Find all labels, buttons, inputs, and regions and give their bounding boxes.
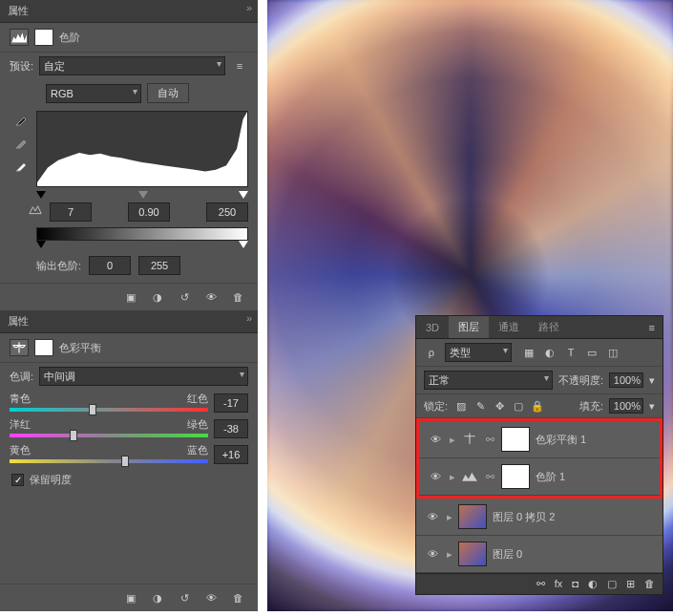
input-slider[interactable] xyxy=(36,191,248,201)
lock-label: 锁定: xyxy=(424,399,448,414)
auto-button[interactable]: 自动 xyxy=(147,83,189,103)
color-slider-2[interactable] xyxy=(10,459,208,463)
layer-row[interactable]: 👁 ▸ ⚯ 色阶 1 xyxy=(419,458,660,496)
visibility-icon[interactable]: 👁 xyxy=(427,471,444,482)
slider-right-label: 绿色 xyxy=(187,417,208,432)
eyedropper-black-icon[interactable] xyxy=(11,111,31,130)
preserve-luminosity-checkbox[interactable]: ✓ xyxy=(11,474,24,486)
slider-left-label: 青色 xyxy=(10,392,31,406)
slider-value-0[interactable] xyxy=(214,393,248,413)
slider-value-2[interactable] xyxy=(214,445,248,464)
trash-icon[interactable]: 🗑 xyxy=(644,578,655,590)
clip-to-layer-icon[interactable]: ▣ xyxy=(122,590,139,605)
expand-icon[interactable]: ▸ xyxy=(447,511,452,523)
collapse-icon[interactable]: » xyxy=(246,312,252,324)
panel-title: 属性 xyxy=(8,315,29,327)
output-slider[interactable] xyxy=(36,241,248,250)
preserve-luminosity-label: 保留明度 xyxy=(30,473,72,487)
adjustment-icon xyxy=(461,432,478,447)
color-slider-0[interactable] xyxy=(10,408,208,412)
tab-路径[interactable]: 路径 xyxy=(529,316,569,338)
properties-header-1: 属性 » xyxy=(0,0,258,23)
group-icon[interactable]: ▢ xyxy=(607,578,617,590)
adjustment-icon xyxy=(461,469,478,484)
preset-select[interactable]: 自定 xyxy=(39,56,225,75)
mask-icon[interactable] xyxy=(34,29,53,46)
layer-mask-icon[interactable]: ◘ xyxy=(572,578,578,590)
expand-icon[interactable]: ▸ xyxy=(447,548,452,561)
link-icon[interactable]: ⚯ xyxy=(484,434,495,446)
expand-icon[interactable]: ▸ xyxy=(450,471,455,483)
lock-artboard-icon[interactable]: ▢ xyxy=(511,399,526,413)
filter-type-select[interactable]: 类型 xyxy=(445,343,512,362)
eyedropper-white-icon[interactable] xyxy=(11,157,31,176)
view-previous-icon[interactable]: ◑ xyxy=(149,289,166,305)
link-icon[interactable]: ⚯ xyxy=(484,471,495,483)
layer-row[interactable]: 👁 ▸ ⚯ 色彩平衡 1 xyxy=(419,421,660,458)
expand-icon[interactable]: ▸ xyxy=(450,434,455,446)
filter-icon[interactable]: ρ xyxy=(424,346,439,359)
mask-thumb[interactable] xyxy=(501,427,530,452)
filter-shape-icon[interactable]: ▭ xyxy=(584,346,599,359)
tab-图层[interactable]: 图层 xyxy=(449,316,489,338)
filter-pixel-icon[interactable]: ▦ xyxy=(521,346,536,359)
output-gradient[interactable] xyxy=(36,227,248,241)
layer-row[interactable]: 👁 ▸ 图层 0 拷贝 2 xyxy=(416,499,662,536)
lock-all-icon[interactable]: 🔒 xyxy=(530,399,545,413)
visibility-icon[interactable]: 👁 xyxy=(424,511,441,522)
layer-name[interactable]: 色彩平衡 1 xyxy=(536,433,586,447)
visibility-icon[interactable]: 👁 xyxy=(202,289,220,305)
tab-3D[interactable]: 3D xyxy=(416,318,449,337)
channel-select[interactable]: RGB xyxy=(46,84,141,103)
trash-icon[interactable]: 🗑 xyxy=(229,289,246,305)
visibility-icon[interactable]: 👁 xyxy=(424,548,441,560)
adjustment-layer-icon[interactable]: ◐ xyxy=(588,578,598,590)
blend-mode-select[interactable]: 正常 xyxy=(424,371,553,390)
opacity-field[interactable]: 100% xyxy=(609,372,643,388)
panel-menu-icon[interactable]: ≡ xyxy=(641,318,662,337)
adjustment-name: 色阶 xyxy=(59,31,80,45)
lock-transparency-icon[interactable]: ▨ xyxy=(453,399,469,413)
link-layers-icon[interactable]: ⚯ xyxy=(536,578,545,590)
layer-row[interactable]: 👁 ▸ 图层 0 xyxy=(416,536,662,573)
histogram-icon xyxy=(10,29,29,46)
histogram xyxy=(10,111,248,187)
clip-to-layer-icon[interactable]: ▣ xyxy=(122,289,139,305)
chevron-down-icon[interactable]: ▾ xyxy=(649,374,655,387)
trash-icon[interactable]: 🗑 xyxy=(229,590,246,605)
output-white-field[interactable] xyxy=(138,256,180,275)
reset-icon[interactable]: ↺ xyxy=(176,590,193,605)
preset-menu-icon[interactable]: ≡ xyxy=(231,58,248,74)
clip-icon[interactable] xyxy=(29,204,42,220)
filter-adjustment-icon[interactable]: ◐ xyxy=(542,346,557,359)
panel1-footer: ▣ ◑ ↺ 👁 🗑 xyxy=(0,283,258,310)
view-previous-icon[interactable]: ◑ xyxy=(149,590,166,605)
visibility-icon[interactable]: 👁 xyxy=(202,590,220,605)
collapse-icon[interactable]: » xyxy=(246,2,252,13)
layer-name[interactable]: 色阶 1 xyxy=(536,470,565,484)
layer-name[interactable]: 图层 0 xyxy=(493,547,522,562)
tab-通道[interactable]: 通道 xyxy=(489,316,529,338)
lock-position-icon[interactable]: ✥ xyxy=(492,399,507,413)
filter-smart-icon[interactable]: ◫ xyxy=(605,346,620,359)
layer-name[interactable]: 图层 0 拷贝 2 xyxy=(493,510,555,524)
eyedropper-gray-icon[interactable] xyxy=(11,134,31,153)
output-black-field[interactable] xyxy=(89,256,131,275)
reset-icon[interactable]: ↺ xyxy=(176,289,193,305)
input-gamma-field[interactable] xyxy=(128,202,170,222)
visibility-icon[interactable]: 👁 xyxy=(427,434,444,445)
slider-value-1[interactable] xyxy=(214,419,248,438)
filter-type-icon[interactable]: T xyxy=(563,346,578,359)
mask-thumb[interactable] xyxy=(501,464,530,489)
input-black-field[interactable] xyxy=(50,202,92,222)
tone-select[interactable]: 中间调 xyxy=(39,367,248,386)
mask-icon[interactable] xyxy=(34,339,53,356)
lock-pixels-icon[interactable]: ✎ xyxy=(473,399,488,413)
color-slider-1[interactable] xyxy=(10,434,208,437)
layer-fx-icon[interactable]: fx xyxy=(555,578,563,590)
chevron-down-icon[interactable]: ▾ xyxy=(649,400,655,413)
panel-title: 属性 xyxy=(8,5,29,16)
fill-field[interactable]: 100% xyxy=(609,398,643,414)
new-layer-icon[interactable]: ⊞ xyxy=(626,578,635,590)
input-white-field[interactable] xyxy=(206,202,248,222)
